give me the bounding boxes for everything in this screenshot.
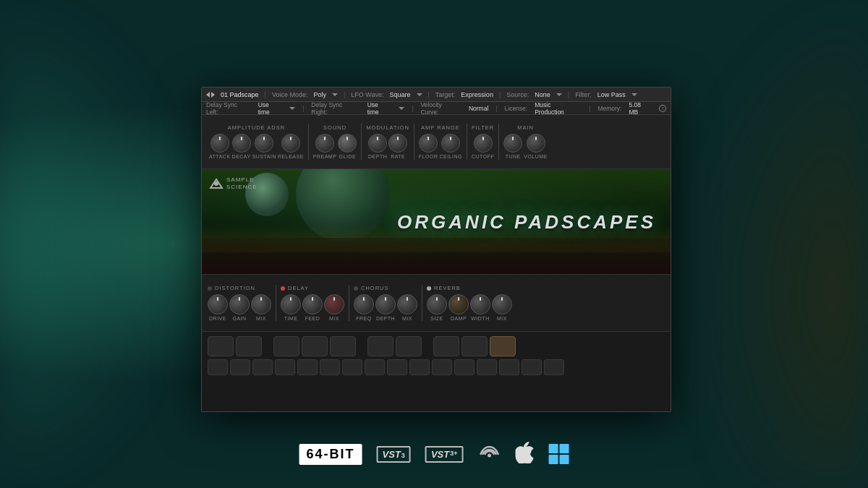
filter-arrow[interactable] (631, 93, 637, 96)
decay-knob[interactable] (232, 134, 251, 153)
pad-2-14[interactable] (499, 359, 519, 375)
width-knob-wrapper: WIDTH (470, 294, 490, 321)
source-arrow[interactable] (556, 93, 562, 96)
chorus-depth-knob-wrapper: DEPTH (375, 294, 396, 321)
pad-2-1[interactable] (208, 359, 228, 375)
pad-1-6[interactable] (367, 336, 393, 356)
dist-mix-knob[interactable] (251, 294, 271, 314)
cutoff-knob[interactable] (474, 134, 493, 153)
ceiling-knob[interactable] (441, 134, 460, 153)
chorus-depth-knob[interactable] (375, 294, 396, 314)
glide-knob[interactable] (338, 134, 357, 153)
chorus-knobs: FREQ DEPTH MIX (354, 294, 417, 321)
volume-label: VOLUME (524, 154, 548, 159)
pad-2-16[interactable] (544, 359, 564, 375)
preset-name[interactable]: 01 Padscape (221, 91, 259, 98)
feed-label: FEED (305, 316, 320, 321)
tune-knob[interactable] (503, 134, 522, 153)
next-preset-button[interactable] (211, 92, 215, 98)
pad-1-7[interactable] (396, 336, 422, 356)
time-knob[interactable] (281, 294, 301, 314)
size-knob[interactable] (427, 294, 447, 314)
drive-knob[interactable] (208, 294, 228, 314)
nav-arrows[interactable] (206, 92, 215, 98)
sustain-knob[interactable] (255, 134, 273, 153)
volume-knob[interactable] (527, 134, 545, 153)
reverb-led[interactable] (427, 286, 431, 291)
pad-1-8[interactable] (433, 336, 459, 356)
pad-1-9[interactable] (461, 336, 488, 356)
pad-2-2[interactable] (230, 359, 250, 375)
rate-label: RATE (391, 154, 405, 159)
pad-2-11[interactable] (432, 359, 452, 375)
delay-sync-right-arrow[interactable] (399, 107, 404, 110)
pad-1-1[interactable] (208, 336, 234, 356)
voice-mode-value[interactable]: Poly (313, 91, 326, 98)
reverb-knobs: SIZE DAMP WIDTH MIX (427, 294, 512, 321)
lfo-wave-arrow[interactable] (417, 93, 422, 96)
chorus-mix-knob[interactable] (397, 294, 417, 314)
velocity-curve-value[interactable]: Normal (469, 105, 488, 112)
width-knob[interactable] (470, 294, 490, 314)
filter-group-label: FILTER (472, 124, 494, 131)
sound-label: SOUND (323, 124, 346, 131)
preamp-label: PREAMP (313, 154, 337, 159)
pad-1-4[interactable] (302, 336, 328, 356)
depth-knob-wrapper: DEPTH (368, 134, 387, 159)
amplitude-adsr-controls: ATTACK DECAY SUSTAIN RELEASE (209, 134, 304, 159)
distortion-led[interactable] (208, 286, 212, 291)
divider-1 (308, 124, 309, 160)
pad-1-10[interactable] (490, 336, 516, 356)
pad-2-8[interactable] (365, 359, 385, 375)
size-label: SIZE (430, 316, 443, 321)
decay-label: DECAY (232, 154, 251, 159)
pad-2-9[interactable] (387, 359, 407, 375)
pad-2-5[interactable] (297, 359, 318, 375)
logo-icon (209, 176, 224, 191)
amp-range-label: AMP RANGE (421, 124, 460, 131)
pad-2-3[interactable] (252, 359, 273, 375)
info-button[interactable]: i (659, 105, 666, 112)
source-value[interactable]: None (535, 91, 550, 98)
lfo-wave-value[interactable]: Square (389, 91, 410, 98)
license-label: License: (505, 105, 528, 112)
delay-led[interactable] (281, 286, 285, 291)
delay-header: DELAY (281, 285, 309, 291)
sound-group: SOUND PREAMP GLIDE (313, 124, 357, 159)
pad-2-6[interactable] (320, 359, 340, 375)
attack-knob[interactable] (210, 134, 229, 153)
delay-sync-right-value[interactable]: Use time (367, 101, 391, 116)
reverb-mix-knob[interactable] (492, 294, 512, 314)
freq-knob[interactable] (354, 294, 374, 314)
dist-gain-knob[interactable] (229, 294, 250, 314)
main-group-label: MAIN (517, 124, 534, 131)
feed-knob[interactable] (302, 294, 323, 314)
rate-knob[interactable] (388, 134, 407, 153)
pad-1-3[interactable] (273, 336, 299, 356)
pad-2-13[interactable] (477, 359, 497, 375)
pad-1-2[interactable] (236, 336, 262, 356)
voice-mode-arrow[interactable] (332, 93, 338, 96)
delay-sync-left-arrow[interactable] (289, 107, 295, 110)
pad-1-5[interactable] (330, 336, 356, 356)
preamp-knob[interactable] (315, 134, 334, 153)
chorus-led[interactable] (354, 286, 358, 291)
pad-2-15[interactable] (522, 359, 542, 375)
damp-knob[interactable] (448, 294, 469, 314)
release-knob[interactable] (281, 134, 300, 153)
filter-controls: CUTOFF (472, 134, 494, 159)
artwork: SAMPLE SCIENCE ORGANIC PADSCAPES (202, 169, 671, 274)
prev-preset-button[interactable] (206, 92, 210, 98)
pad-2-7[interactable] (342, 359, 362, 375)
delay-sync-left-value[interactable]: Use time (258, 101, 282, 116)
svg-point-2 (488, 454, 491, 458)
target-value[interactable]: Expression (461, 91, 493, 98)
filter-value[interactable]: Low Pass (597, 91, 626, 98)
delay-knobs: TIME FEED MIX (281, 294, 344, 321)
pad-2-10[interactable] (409, 359, 430, 375)
pad-2-4[interactable] (275, 359, 295, 375)
pad-2-12[interactable] (454, 359, 475, 375)
depth-knob[interactable] (368, 134, 387, 153)
floor-knob[interactable] (419, 134, 438, 153)
delay-mix-knob[interactable] (324, 294, 344, 314)
